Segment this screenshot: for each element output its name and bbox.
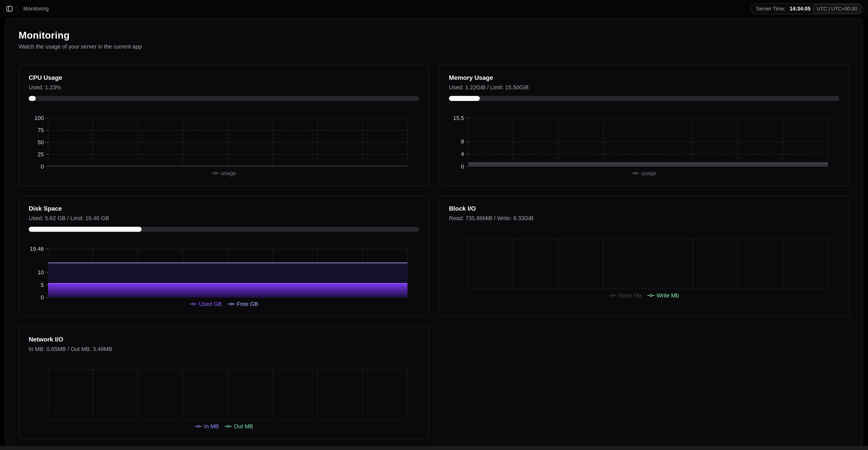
cpu-chart-legend: usage [29,169,419,177]
legend-item-write-mb: Write Mb [647,292,679,299]
y-axis-tick-label: 100 [34,115,44,121]
empty-grid-cell [439,327,849,439]
y-axis-tick-label: 0 [41,294,44,301]
server-time-label: Server Time: [756,6,786,12]
memory-chart: 04815.5 [449,118,839,167]
disk-chart-legend: Used GBFree GB [29,300,419,308]
card-title: Block I/O [449,205,839,213]
cpu-progress-fill [29,96,36,101]
y-axis-tick-label: 15.5 [453,115,464,121]
network-io-card: Network I/O In MB: 0.65MB / Out MB: 3.49… [19,327,429,439]
network-io-chart-legend: In MBOut MB [29,422,419,430]
memory-usage-card: Memory Usage Used: 1.22GiB / Limit: 15.5… [439,65,849,186]
legend-item-read-mb: Read Mb [609,292,642,299]
legend-line-marker-icon [212,171,219,175]
y-axis-tick-label: 0 [41,164,44,170]
block-io-chart-legend: Read MbWrite Mb [449,291,839,299]
y-axis-tick-label: 75 [38,127,44,133]
legend-label: Write Mb [657,292,679,299]
sidebar-toggle-button[interactable] [5,4,14,13]
cpu-plot: 0255075100 [29,118,419,167]
memory-used-value: Used: 1.22GiB / Limit: 15.50GiB [449,84,839,91]
legend-label: usage [221,170,236,176]
disk-plot: 051019.46 [29,249,419,298]
legend-item-in-mb: In MB [195,423,219,430]
memory-progress-bar [449,96,839,101]
network-io-chart [29,370,419,420]
timezone-badge: UTC | UTC+00:00 [813,4,861,13]
cpu-progress-bar [29,96,419,101]
disk-chart: 051019.46 [29,249,419,298]
y-axis-tick-label: 50 [38,139,44,145]
legend-label: usage [641,170,656,176]
page-title: Monitoring [19,29,849,41]
cards-grid: CPU Usage Used: 1.23% 0255075100 usage M… [19,65,849,439]
panel-left-icon [6,5,13,12]
legend-label: Out MB [234,423,253,430]
legend-item-free-gb: Free GB [228,301,258,307]
y-axis-tick-label: 25 [38,151,44,158]
blockio-plot [449,239,839,289]
disk-progress-fill [29,227,142,232]
disk-progress-bar [29,227,419,232]
legend-label: In MB [204,423,219,430]
disk-used-value: Used: 5.62 GB / Limit: 19.46 GB [29,215,419,222]
page-subtitle: Watch the usage of your server in the cu… [19,43,849,50]
network-io-value: In MB: 0.65MB / Out MB: 3.49MB [29,345,419,353]
legend-label: Free GB [237,301,258,307]
legend-label: Read Mb [619,292,642,299]
card-title: Memory Usage [449,74,839,82]
legend-line-marker-icon [228,302,235,306]
y-axis-tick-label: 10 [38,269,44,276]
y-axis-tick-label: 8 [461,138,464,145]
topbar-divider [17,5,18,12]
topbar: Monitoring Server Time:14:34:05 UTC | UT… [0,0,868,18]
main-panel: Monitoring Watch the usage of your serve… [5,18,863,447]
cpu-chart: 0255075100 [29,118,419,167]
server-time-pill: Server Time:14:34:05 UTC | UTC+00:00 [751,3,863,14]
y-axis-tick-label: 5 [41,282,44,288]
legend-item-usage: usage [632,170,656,176]
disk-space-card: Disk Space Used: 5.62 GB / Limit: 19.46 … [19,196,429,317]
network-plot [29,370,419,420]
block-io-value: Read: 735.86MiB / Write: 8.33GiB [449,215,839,222]
y-axis-tick-label: 19.46 [30,246,44,252]
server-time-value: 14:34:05 [789,6,811,12]
legend-line-marker-icon [609,293,617,298]
block-io-card: Block I/O Read: 735.86MiB / Write: 8.33G… [439,196,849,317]
memory-plot: 04815.5 [449,118,839,167]
card-title: CPU Usage [29,74,419,82]
breadcrumb: Monitoring [23,6,49,12]
memory-progress-fill [449,96,480,101]
legend-line-marker-icon [190,302,197,306]
legend-line-marker-icon [195,424,202,428]
memory-chart-legend: usage [449,169,839,177]
y-axis-tick-label: 4 [461,151,464,157]
cpu-used-value: Used: 1.23% [29,84,419,91]
y-axis-tick-label: 0 [461,164,464,170]
legend-label: Used GB [199,301,222,307]
legend-item-used-gb: Used GB [190,301,222,307]
cpu-usage-card: CPU Usage Used: 1.23% 0255075100 usage [19,65,429,186]
card-title: Disk Space [29,205,419,213]
legend-line-marker-icon [632,171,639,175]
legend-line-marker-icon [224,424,232,428]
card-title: Network I/O [29,335,419,343]
legend-item-out-mb: Out MB [224,423,253,430]
block-io-chart [449,239,839,289]
legend-item-usage: usage [212,170,236,176]
legend-line-marker-icon [647,293,655,298]
